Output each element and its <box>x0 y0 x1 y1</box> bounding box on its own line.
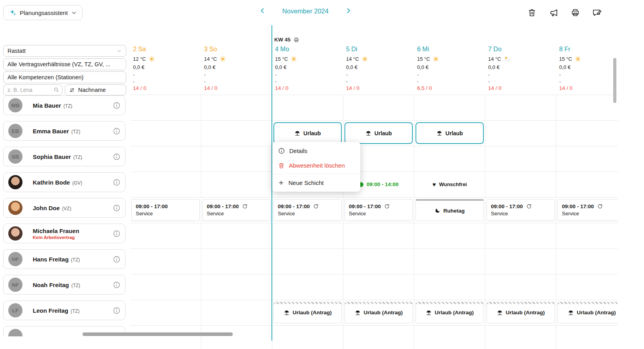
calendar-cell[interactable] <box>130 223 201 249</box>
calendar-cell[interactable]: 09:00 - 17:00Service <box>343 198 414 223</box>
calendar-cell[interactable] <box>272 274 343 300</box>
urlaub-antrag-cell[interactable]: Urlaub (Antrag) <box>487 302 555 323</box>
competence-filter[interactable]: Alle Kompetenzen (Stationen) <box>3 71 126 83</box>
calendar-cell[interactable]: 09:00 - 17:00Service <box>556 198 627 223</box>
employee-info-button[interactable] <box>112 204 120 212</box>
calendar-cell[interactable]: Urlaub (Antrag) <box>343 300 414 326</box>
calendar-cell[interactable] <box>343 223 414 249</box>
employee-card[interactable]: HFHans Freitag(TZ) <box>3 249 125 269</box>
horizontal-scrollbar[interactable] <box>82 332 233 336</box>
vertical-scrollbar[interactable] <box>613 58 616 103</box>
planungsassistent-menu-button[interactable]: Planungsassistent <box>3 5 82 20</box>
previous-period-button[interactable] <box>259 7 266 15</box>
day-label[interactable]: 3 So <box>204 46 272 53</box>
employee-card[interactable]: SBSophia Bauer(TZ) <box>3 147 125 166</box>
calendar-cell[interactable] <box>556 223 627 249</box>
shift-cell[interactable]: 09:00 - 17:00Service <box>202 199 271 221</box>
calendar-cell[interactable] <box>556 172 627 198</box>
calendar-cell[interactable] <box>556 121 627 146</box>
employee-info-button[interactable] <box>112 178 120 186</box>
ruhetag-cell[interactable]: Ruhetag <box>416 199 484 221</box>
menu-item-details[interactable]: Details <box>272 144 360 158</box>
calendar-cell[interactable] <box>414 146 485 172</box>
employee-info-button[interactable] <box>112 127 120 135</box>
day-label[interactable]: 2 Sa <box>133 46 201 53</box>
calendar-cell[interactable] <box>272 326 343 349</box>
calendar-cell[interactable] <box>556 326 627 349</box>
day-label[interactable]: 7 Do <box>488 46 556 53</box>
calendar-cell[interactable] <box>556 146 627 172</box>
menu-item-delete-absence[interactable]: Abwesenheit löschen <box>272 158 360 173</box>
urlaub-antrag-cell[interactable]: Urlaub (Antrag) <box>273 302 342 323</box>
calendar-cell[interactable]: 09:00 - 17:00Service <box>485 198 556 223</box>
announcement-button[interactable] <box>549 8 558 17</box>
calendar-cell[interactable]: Urlaub (Antrag) <box>272 300 343 326</box>
calendar-cell[interactable] <box>201 121 272 146</box>
menu-item-new-shift[interactable]: Neue Schicht <box>272 175 360 190</box>
calendar-cell[interactable] <box>201 274 272 300</box>
calendar-cell[interactable]: ♥Wunschfrei <box>414 172 485 198</box>
calendar-cell[interactable] <box>130 300 201 326</box>
employee-info-button[interactable] <box>112 153 120 161</box>
calendar-cell[interactable] <box>130 121 201 146</box>
employee-card[interactable]: NFNoah Freitag(TZ) <box>3 275 125 295</box>
calendar-cell[interactable] <box>485 146 556 172</box>
location-filter[interactable]: Rastatt <box>3 45 126 57</box>
calendar-cell[interactable] <box>343 326 414 349</box>
calendar-cell[interactable] <box>343 274 414 300</box>
shift-cell[interactable]: 09:00 - 17:00Service <box>487 199 555 221</box>
calendar-cell[interactable] <box>485 172 556 198</box>
day-label[interactable]: 4 Mo <box>275 46 343 53</box>
calendar-cell[interactable]: 09:00 - 17:00Service <box>272 198 343 223</box>
calendar-cell[interactable] <box>414 249 485 274</box>
calendar-cell[interactable] <box>130 274 201 300</box>
calendar-cell[interactable]: Ruhetag <box>414 198 485 223</box>
calendar-cell[interactable] <box>485 121 556 146</box>
calendar-cell[interactable]: Urlaub (Antrag) <box>556 300 627 326</box>
calendar-cell[interactable] <box>485 95 556 121</box>
employee-info-button[interactable] <box>112 255 120 263</box>
print-button[interactable] <box>571 8 580 17</box>
contract-type-filter[interactable]: Alle Vertragsverhältnisse (VZ, TZ, GV, .… <box>3 58 126 70</box>
urlaub-antrag-cell[interactable]: Urlaub (Antrag) <box>558 302 626 323</box>
calendar-cell[interactable] <box>130 172 201 198</box>
calendar-cell[interactable] <box>201 146 272 172</box>
calendar-cell[interactable] <box>556 249 627 274</box>
shift-cell[interactable]: 09:00 - 17:00Service <box>344 199 413 221</box>
calendar-cell[interactable] <box>201 249 272 274</box>
feedback-button[interactable] <box>592 8 602 17</box>
employee-card[interactable]: MBMia Bauer(TZ) <box>3 95 125 115</box>
calendar-cell[interactable]: Urlaub <box>414 121 485 146</box>
calendar-cell[interactable] <box>556 95 627 121</box>
calendar-cell[interactable] <box>556 274 627 300</box>
calendar-cell[interactable] <box>485 274 556 300</box>
employee-info-button[interactable] <box>112 101 120 109</box>
calendar-cell[interactable] <box>485 326 556 349</box>
day-label[interactable]: 8 Fr <box>559 46 627 53</box>
employee-card[interactable]: LFLeon Freitag(TZ) <box>3 300 125 320</box>
shift-cell[interactable]: 09:00 - 17:00Service <box>273 199 342 221</box>
employee-info-button[interactable] <box>112 281 120 289</box>
calendar-cell[interactable] <box>130 146 201 172</box>
calendar-cell[interactable] <box>201 326 272 349</box>
employee-card[interactable]: Kathrin Bode(GV) <box>3 172 125 192</box>
employee-info-button[interactable] <box>112 306 120 314</box>
sort-button[interactable]: Nachname <box>65 84 126 95</box>
urlaub-antrag-cell[interactable]: Urlaub (Antrag) <box>416 302 484 323</box>
employee-card[interactable]: Michaela FrauenKein Arbeitsvertrag <box>3 224 125 243</box>
calendar-cell[interactable] <box>485 223 556 249</box>
calendar-cell[interactable] <box>343 95 414 121</box>
calendar-cell[interactable] <box>130 326 201 349</box>
calendar-cell[interactable] <box>272 249 343 274</box>
shift-cell[interactable]: 09:00 - 17:00Service <box>558 199 626 221</box>
calendar-cell[interactable] <box>201 300 272 326</box>
calendar-cell[interactable] <box>201 223 272 249</box>
calendar-cell[interactable] <box>414 95 485 121</box>
calendar-cell[interactable]: Urlaub (Antrag) <box>485 300 556 326</box>
employee-card[interactable]: John Doe(VZ) <box>3 198 125 218</box>
day-label[interactable]: 5 Di <box>346 46 414 53</box>
calendar-cell[interactable]: 09:00 - 17:00Service <box>201 198 272 223</box>
calendar-cell[interactable] <box>272 95 343 121</box>
calendar-cell[interactable] <box>414 223 485 249</box>
delete-button[interactable] <box>527 8 537 17</box>
